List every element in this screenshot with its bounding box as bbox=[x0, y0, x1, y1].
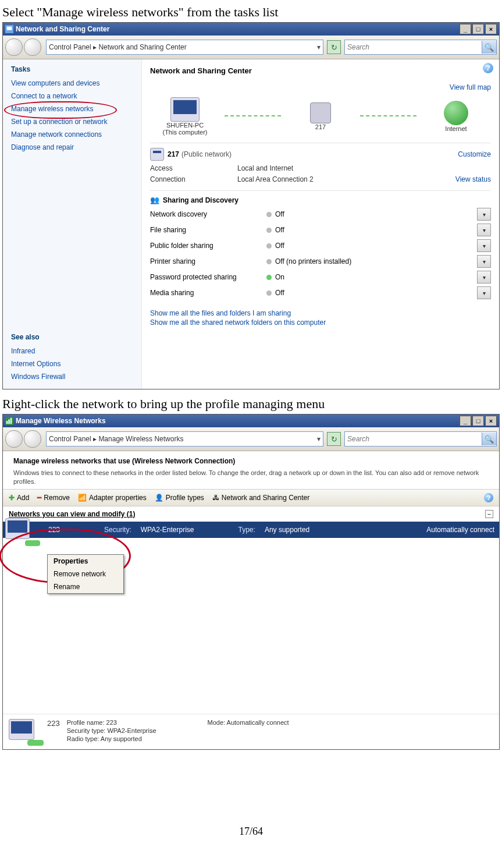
forward-button[interactable] bbox=[24, 38, 41, 56]
task-setup-connection[interactable]: Set up a connection or network bbox=[11, 118, 133, 126]
people-icon: 👥 bbox=[150, 196, 159, 204]
connection-line-icon bbox=[225, 115, 281, 118]
svg-rect-4 bbox=[8, 419, 10, 424]
window-network-sharing: Network and Sharing Center _ □ × Control… bbox=[2, 22, 500, 389]
task-view-computers[interactable]: View computers and devices bbox=[11, 79, 133, 87]
minus-icon: ━ bbox=[37, 494, 41, 502]
window-title: Network and Sharing Center bbox=[16, 25, 109, 33]
minimize-button[interactable]: _ bbox=[460, 416, 471, 426]
show-files-link[interactable]: Show me all the files and folders I am s… bbox=[150, 309, 491, 317]
refresh-button[interactable]: ↻ bbox=[327, 40, 341, 54]
search-icon[interactable]: 🔍 bbox=[482, 41, 496, 54]
share-value: Off (no printers installed) bbox=[275, 257, 477, 265]
address-bar[interactable]: Control Panel ▸ Manage Wireless Networks… bbox=[46, 431, 323, 447]
expand-button[interactable]: ▾ bbox=[477, 208, 491, 221]
sharing-header: Sharing and Discovery bbox=[163, 196, 238, 204]
status-dot-icon bbox=[266, 259, 272, 264]
close-button[interactable]: × bbox=[485, 416, 497, 426]
collapse-button[interactable]: − bbox=[485, 510, 493, 518]
chevron-down-icon[interactable]: ▾ bbox=[317, 43, 321, 51]
task-manage-wireless[interactable]: Manage wireless networks bbox=[11, 105, 133, 113]
forward-button[interactable] bbox=[24, 430, 41, 448]
nsc-button[interactable]: 🖧Network and Sharing Center bbox=[212, 494, 309, 502]
kv-key: Connection bbox=[150, 175, 237, 183]
share-key: Media sharing bbox=[150, 289, 266, 297]
detail-v: 223 bbox=[106, 719, 117, 726]
svg-rect-1 bbox=[7, 27, 12, 30]
maximize-button[interactable]: □ bbox=[472, 24, 484, 34]
instruction-2: Right-click the network to bring up the … bbox=[2, 396, 500, 412]
seealso-infrared[interactable]: Infrared bbox=[11, 347, 133, 355]
expand-button[interactable]: ▾ bbox=[477, 224, 491, 236]
expand-button[interactable]: ▾ bbox=[477, 271, 491, 284]
seealso-internet-options[interactable]: Internet Options bbox=[11, 360, 133, 368]
view-status-link[interactable]: View status bbox=[455, 175, 491, 183]
search-input[interactable] bbox=[345, 435, 482, 443]
command-toolbar: ✚Add ━Remove 📶Adapter properties 👤Profil… bbox=[3, 489, 499, 506]
map-router[interactable]: 217 bbox=[286, 102, 355, 130]
expand-button[interactable]: ▾ bbox=[477, 286, 491, 299]
adapter-properties-button[interactable]: 📶Adapter properties bbox=[78, 494, 147, 502]
add-button[interactable]: ✚Add bbox=[9, 494, 29, 502]
share-value: Off bbox=[275, 210, 477, 218]
detail-k: Mode: bbox=[208, 719, 226, 726]
customize-link[interactable]: Customize bbox=[458, 150, 491, 158]
map-pc-label: SHUFEN-PC bbox=[166, 122, 204, 129]
net-security: WPA2-Enterprise bbox=[136, 526, 199, 534]
ctx-properties[interactable]: Properties bbox=[48, 555, 123, 568]
maximize-button[interactable]: □ bbox=[472, 416, 484, 426]
share-key: File sharing bbox=[150, 226, 266, 234]
globe-icon bbox=[444, 101, 468, 125]
task-connect-network[interactable]: Connect to a network bbox=[11, 92, 133, 100]
view-full-map-link[interactable]: View full map bbox=[450, 83, 491, 91]
titlebar: Manage Wireless Networks _ □ × bbox=[3, 414, 499, 427]
search-box[interactable]: 🔍 bbox=[344, 431, 497, 447]
seealso-firewall[interactable]: Windows Firewall bbox=[11, 373, 133, 381]
search-box[interactable]: 🔍 bbox=[344, 40, 497, 55]
nsc-icon: 🖧 bbox=[212, 494, 219, 502]
help-icon[interactable]: ? bbox=[484, 493, 493, 502]
refresh-button[interactable]: ↻ bbox=[327, 432, 341, 446]
address-bar[interactable]: Control Panel ▸ Network and Sharing Cent… bbox=[46, 40, 323, 55]
kv-key: Access bbox=[150, 164, 237, 172]
tasks-sidebar: Tasks View computers and devices Connect… bbox=[3, 59, 142, 389]
ctx-rename[interactable]: Rename bbox=[48, 580, 123, 593]
detail-v: WPA2-Enterprise bbox=[107, 727, 156, 734]
network-list: 223 Security: WPA2-Enterprise Type: Any … bbox=[3, 522, 499, 714]
close-button[interactable]: × bbox=[485, 24, 497, 34]
expand-button[interactable]: ▾ bbox=[477, 255, 491, 268]
back-button[interactable] bbox=[5, 430, 23, 448]
detail-k: Radio type: bbox=[67, 735, 99, 742]
breadcrumb[interactable]: Control Panel ▸ Network and Sharing Cent… bbox=[49, 43, 187, 51]
page-title: Network and Sharing Center bbox=[150, 66, 491, 75]
profile-icon: 👤 bbox=[155, 494, 163, 502]
map-internet[interactable]: Internet bbox=[421, 101, 491, 132]
minimize-button[interactable]: _ bbox=[460, 24, 471, 34]
back-button[interactable] bbox=[5, 38, 23, 56]
network-row-223[interactable]: 223 Security: WPA2-Enterprise Type: Any … bbox=[3, 522, 499, 538]
profile-types-button[interactable]: 👤Profile types bbox=[155, 494, 204, 502]
expand-button[interactable]: ▾ bbox=[477, 239, 491, 252]
kv-value: Local and Internet bbox=[237, 164, 491, 172]
status-dot-icon bbox=[266, 228, 272, 233]
map-this-pc[interactable]: SHUFEN-PC (This computer) bbox=[150, 97, 220, 136]
router-icon bbox=[310, 102, 331, 123]
ctx-remove[interactable]: Remove network bbox=[48, 568, 123, 580]
task-diagnose[interactable]: Diagnose and repair bbox=[11, 143, 133, 151]
show-folders-link[interactable]: Show me all the shared network folders o… bbox=[150, 318, 491, 327]
task-manage-connections[interactable]: Manage network connections bbox=[11, 130, 133, 139]
context-menu: Properties Remove network Rename bbox=[47, 554, 124, 594]
chevron-down-icon[interactable]: ▾ bbox=[317, 435, 321, 443]
window-icon bbox=[5, 417, 13, 425]
search-input[interactable] bbox=[345, 43, 482, 51]
titlebar: Network and Sharing Center _ □ × bbox=[3, 23, 499, 36]
help-icon[interactable]: ? bbox=[483, 63, 493, 73]
map-router-label: 217 bbox=[315, 123, 326, 130]
share-key: Network discovery bbox=[150, 210, 266, 218]
search-icon[interactable]: 🔍 bbox=[482, 433, 496, 445]
details-pane: 223 Profile name: 223 Security type: WPA… bbox=[3, 714, 499, 749]
net-name: 223 bbox=[44, 526, 65, 534]
remove-button[interactable]: ━Remove bbox=[37, 494, 70, 502]
detail-k: Security type: bbox=[67, 727, 106, 734]
breadcrumb[interactable]: Control Panel ▸ Manage Wireless Networks bbox=[49, 435, 183, 443]
